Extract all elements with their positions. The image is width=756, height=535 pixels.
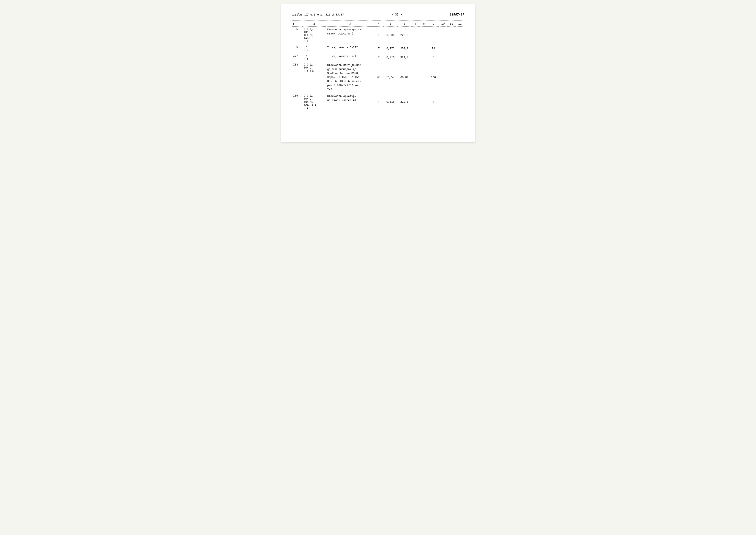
header: альбом VII ч.I м-п. 813-2-33.87 - 33 - 2… xyxy=(292,13,464,16)
col3-header: 3 xyxy=(326,21,374,26)
row-col12 xyxy=(456,53,464,62)
row-col7 xyxy=(411,53,420,62)
row-col6: 32I,0 xyxy=(398,53,411,62)
row-col6: 229,0 xyxy=(398,93,411,111)
row-col8 xyxy=(420,26,428,44)
row-unit: Т xyxy=(374,93,383,111)
row-col10 xyxy=(439,93,447,111)
row-col11 xyxy=(447,53,456,62)
main-table: I 2 3 4 5 6 7 8 9 IO II I2 I05. С.С.Ц.ТО… xyxy=(292,21,464,111)
header-center: - 33 - xyxy=(391,13,402,16)
top-divider xyxy=(292,20,464,20)
header-left: альбом VII ч.I м-п. 813-2-33.87 xyxy=(292,13,344,16)
row-col8 xyxy=(420,93,428,111)
row-col8 xyxy=(420,53,428,62)
row-col10 xyxy=(439,53,447,62)
col10-header: IO xyxy=(439,21,447,26)
header-right: 21987-07 xyxy=(450,13,464,16)
row-col10 xyxy=(439,44,447,53)
row-col5: I,64 xyxy=(383,62,397,93)
row-col7 xyxy=(411,26,420,44)
row-col9: 5 xyxy=(428,53,439,62)
row-col11 xyxy=(447,44,456,53)
row-col10 xyxy=(439,62,447,93)
row-col12 xyxy=(456,62,464,93)
col12-header: I2 xyxy=(456,21,464,26)
col2-header: 2 xyxy=(302,21,326,26)
row-col10 xyxy=(439,26,447,44)
row-col6: 250,0 xyxy=(398,44,411,53)
row-col5: 0,0I6 xyxy=(383,53,397,62)
table-row: I06. —"—П.3 То же, класса А-III Т 0,072 … xyxy=(292,44,464,53)
row-col5: 0,0I6 xyxy=(383,93,397,111)
col1-header: I xyxy=(292,21,303,26)
row-id: I08. xyxy=(292,62,303,93)
row-description: Стоимость арматуры изстали класса А-I xyxy=(326,26,374,44)
col4-header: 4 xyxy=(374,21,383,26)
row-col9: 8 xyxy=(428,26,439,44)
column-header-row: I 2 3 4 5 6 7 8 9 IO II I2 xyxy=(292,21,464,26)
row-col7 xyxy=(411,44,420,53)
row-id: I05. xyxy=(292,26,303,44)
row-col6: 60,80 xyxy=(398,62,411,93)
col9-header: 9 xyxy=(428,21,439,26)
row-ref: С.С.Ц.ТОМ IТЕХ.Ч.ТАБЛ.3.IП.I xyxy=(302,93,326,111)
row-ref: —"—П.3 xyxy=(302,44,326,53)
row-col8 xyxy=(420,44,428,53)
col7-header: 7 xyxy=(411,21,420,26)
table-row: I07. —"—П.6 То же, класса Вр-I Т 0,0I6 3… xyxy=(292,53,464,62)
row-description: Стоимость плит длинойдо 3 м площадью до3… xyxy=(326,62,374,93)
row-ref: С.С.Ц.ТОМ IТЕХ.Ч.ТАБЛ.3П.I xyxy=(302,26,326,44)
row-id: I09. xyxy=(292,93,303,111)
row-col7 xyxy=(411,62,420,93)
col8-header: 8 xyxy=(420,21,428,26)
row-description: То же, класса А-III xyxy=(326,44,374,53)
table-row: I08. С.С.Ц.ТОМ IП.8-503 Стоимость плит д… xyxy=(292,62,464,93)
row-col12 xyxy=(456,93,464,111)
row-col11 xyxy=(447,93,456,111)
col5-header: 5 xyxy=(383,21,397,26)
row-col9: IOO xyxy=(428,62,439,93)
table-row: I09. С.С.Ц.ТОМ IТЕХ.Ч.ТАБЛ.3.IП.I Стоимо… xyxy=(292,93,464,111)
row-col12 xyxy=(456,26,464,44)
col11-header: II xyxy=(447,21,456,26)
row-col6: 229,0 xyxy=(398,26,411,44)
row-unit: М3 xyxy=(374,62,383,93)
row-col7 xyxy=(411,93,420,111)
row-unit: Т xyxy=(374,44,383,53)
row-id: I06. xyxy=(292,44,303,53)
row-description: То же, класса Вр-I xyxy=(326,53,374,62)
row-col5: 0,072 xyxy=(383,44,397,53)
row-unit: Т xyxy=(374,53,383,62)
table-row: I05. С.С.Ц.ТОМ IТЕХ.Ч.ТАБЛ.3П.I Стоимост… xyxy=(292,26,464,44)
document-page: альбом VII ч.I м-п. 813-2-33.87 - 33 - 2… xyxy=(281,4,475,142)
row-col11 xyxy=(447,62,456,93)
row-col12 xyxy=(456,44,464,53)
row-col11 xyxy=(447,26,456,44)
row-id: I07. xyxy=(292,53,303,62)
row-col8 xyxy=(420,62,428,93)
row-col5: 0,036 xyxy=(383,26,397,44)
row-ref: С.С.Ц.ТОМ IП.8-503 xyxy=(302,62,326,93)
col6-header: 6 xyxy=(398,21,411,26)
row-col9: I8 xyxy=(428,44,439,53)
row-unit: Т xyxy=(374,26,383,44)
row-col9: 4 xyxy=(428,93,439,111)
row-ref: —"—П.6 xyxy=(302,53,326,62)
row-description: Стоимость арматурыиз стали класса AI xyxy=(326,93,374,111)
